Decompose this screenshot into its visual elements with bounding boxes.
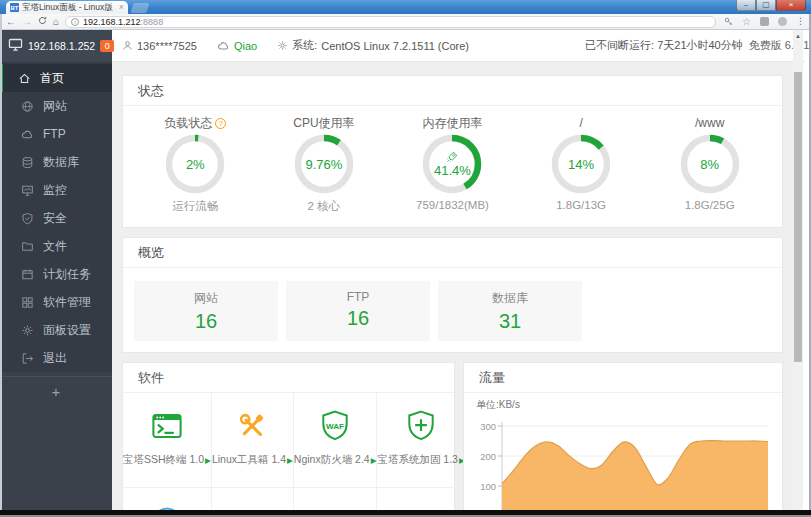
card-label: FTP	[286, 290, 430, 304]
sidebar-item-label: 首页	[40, 70, 64, 87]
page-scrollbar[interactable]: ▲	[793, 30, 803, 511]
scrollbar-thumb[interactable]	[794, 72, 802, 362]
bookmark-star-icon[interactable]: ☆	[742, 17, 751, 27]
sidebar-item-label: 软件管理	[43, 294, 91, 311]
tab-close-icon[interactable]: ×	[119, 3, 124, 12]
bt-favicon-icon: BT	[10, 3, 19, 12]
globe-icon	[21, 100, 34, 113]
gear-icon	[21, 324, 34, 337]
browser-menu-icon[interactable]: ⋮	[796, 17, 805, 26]
sidebar-item-home[interactable]: 首页	[0, 64, 112, 92]
server-ip: 192.168.1.252	[28, 40, 95, 52]
software-item[interactable]: WAFNginx防火墙 2.4▶	[294, 393, 378, 488]
page-info-icon[interactable]: i	[71, 18, 79, 26]
window-controls: – ▢ ×	[736, 0, 806, 11]
overview-cards: 网站16FTP16数据库31	[123, 268, 782, 354]
software-item-label: 宝塔SSH终端 1.0▶	[123, 453, 211, 467]
help-icon[interactable]: ?	[215, 118, 226, 129]
sidebar-item-panel-settings[interactable]: 面板设置	[0, 316, 112, 344]
software-title: 软件	[123, 363, 454, 393]
software-item[interactable]: Linux工具箱 1.4▶	[212, 393, 294, 488]
sidebar-nav: 首页网站FTP数据库监控安全文件计划任务软件管理面板设置退出	[0, 62, 112, 372]
window-maximize-button[interactable]: ▢	[756, 0, 776, 11]
folder-icon	[21, 240, 34, 253]
sidebar-item-label: FTP	[43, 127, 66, 141]
status-gauges: 负载状态?2%运行流畅CPU使用率9.76%2 核心内存使用率41.4%759/…	[123, 106, 782, 214]
sidebar-item-label: 数据库	[43, 154, 79, 171]
browser-tab[interactable]: BT 宝塔Linux面板 - Linux版 ×	[6, 1, 128, 14]
overview-card[interactable]: 网站16	[134, 281, 278, 341]
software-item[interactable]: 宝塔系统加固 1.3▶	[377, 393, 464, 488]
sidebar-item-label: 退出	[43, 350, 67, 367]
software-item-empty[interactable]	[123, 488, 212, 511]
header-bar: 136****7525 Qiao 系统: CentOS Linux 7.2.15…	[112, 30, 811, 61]
system-label: 系统:	[292, 38, 317, 53]
overview-panel: 概览 网站16FTP16数据库31	[122, 237, 783, 353]
sidebar-item-label: 文件	[43, 238, 67, 255]
software-item[interactable]: 宝塔SSH终端 1.0▶	[123, 393, 212, 488]
home-icon[interactable]: ⌂	[53, 17, 59, 27]
address-bar[interactable]: i 192.168.1.212:8888	[65, 16, 716, 28]
software-item-label: Linux工具箱 1.4▶	[212, 453, 293, 467]
software-item-empty	[294, 488, 378, 511]
panel-header: 192.168.1.252 0 136****7525 Qiao 系统:	[0, 30, 805, 62]
sidebar-item-label: 计划任务	[43, 266, 91, 283]
grid-icon	[21, 296, 34, 309]
card-value: 16	[134, 310, 278, 333]
sidebar-item-cron[interactable]: 计划任务	[0, 260, 112, 288]
logout-icon	[21, 352, 34, 365]
waf-icon: WAF	[294, 405, 377, 447]
sidebar-item-monitor[interactable]: 监控	[0, 176, 112, 204]
monitor-icon	[21, 184, 34, 197]
svg-text:100: 100	[480, 481, 496, 492]
software-item-label: 宝塔系统加固 1.3▶	[377, 453, 464, 467]
scrollbar-up-icon[interactable]: ▲	[793, 30, 803, 42]
account-item[interactable]: Qiao	[217, 40, 257, 52]
sidebar-item-files[interactable]: 文件	[0, 232, 112, 260]
traffic-body: 单位:KB/s 300200100	[464, 393, 782, 511]
system-item: 系统: CentOS Linux 7.2.1511 (Core)	[277, 38, 469, 53]
sidebar-item-app-store[interactable]: 软件管理	[0, 288, 112, 316]
status-gauge: /14%1.8G/13G	[521, 115, 641, 214]
svg-text:200: 200	[480, 451, 496, 462]
traffic-chart: 300200100	[476, 412, 774, 511]
extension-icon[interactable]	[760, 17, 769, 26]
overview-card[interactable]: 数据库31	[438, 281, 582, 341]
sidebar-item-label: 安全	[43, 210, 67, 227]
sidebar-item-ftp[interactable]: FTP	[0, 120, 112, 148]
software-item-empty	[377, 488, 464, 511]
home-icon	[18, 72, 31, 85]
refresh-icon[interactable]	[38, 16, 47, 27]
system-value: CentOS Linux 7.2.1511 (Core)	[321, 40, 469, 52]
window-minimize-button[interactable]: –	[736, 0, 756, 11]
phone-item[interactable]: 136****7525	[122, 40, 197, 52]
window-close-button[interactable]: ×	[776, 0, 806, 11]
donut-gauge: 9.76%	[293, 133, 355, 195]
server-ip-block[interactable]: 192.168.1.252 0	[0, 30, 112, 62]
sidebar-item-sites[interactable]: 网站	[0, 92, 112, 120]
gauge-value: 14%	[568, 157, 594, 172]
sidebar-add-button[interactable]: +	[0, 376, 112, 400]
donut-gauge: 2%	[164, 133, 226, 195]
extension-icon[interactable]	[778, 17, 787, 26]
gauge-label: /	[521, 115, 641, 131]
sidebar-item-label: 监控	[43, 182, 67, 199]
phone-number: 136****7525	[137, 40, 197, 52]
status-gauge: 负载状态?2%运行流畅	[135, 115, 255, 214]
sidebar-item-database[interactable]: 数据库	[0, 148, 112, 176]
software-item-empty[interactable]	[212, 488, 294, 511]
overview-card[interactable]: FTP16	[286, 281, 430, 341]
back-icon[interactable]: ←	[6, 17, 16, 27]
cloud-icon	[217, 40, 230, 51]
sidebar-item-security[interactable]: 安全	[0, 204, 112, 232]
svg-text:WAF: WAF	[326, 422, 344, 431]
browser-navbar: ← → ⌂ i 192.168.1.212:8888 ☆ ⋮	[0, 14, 811, 30]
sidebar-item-logout[interactable]: 退出	[0, 344, 112, 372]
navbar-right-icons: ☆ ⋮	[724, 17, 805, 27]
new-tab-button[interactable]	[130, 3, 149, 13]
key-icon[interactable]	[724, 17, 733, 26]
sidebar-item-label: 网站	[43, 98, 67, 115]
gauge-subtext: 1.8G/25G	[650, 199, 770, 211]
traffic-panel: 流量 单位:KB/s 300200100	[463, 362, 783, 511]
card-value: 31	[438, 310, 582, 333]
